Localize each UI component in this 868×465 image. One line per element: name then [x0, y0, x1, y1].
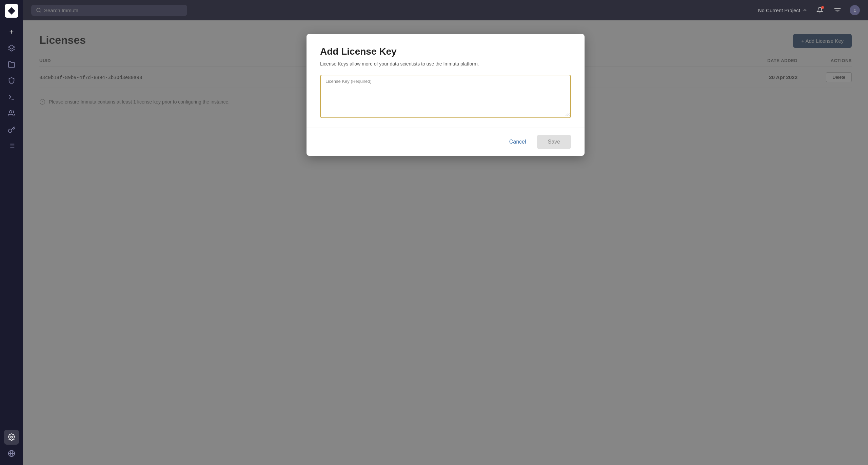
- signal-icon: [834, 7, 841, 14]
- user-initial: c: [854, 8, 856, 13]
- topbar-right: No Current Project c: [758, 5, 860, 16]
- modal-body: Add License Key License Keys allow more …: [307, 34, 585, 128]
- project-label: No Current Project: [758, 7, 800, 13]
- sidebar-item-settings[interactable]: [4, 430, 19, 445]
- svg-point-2: [9, 111, 12, 113]
- project-selector[interactable]: No Current Project: [758, 7, 808, 13]
- resize-handle-icon: ⊿: [565, 112, 570, 117]
- sidebar-item-add[interactable]: +: [4, 24, 19, 39]
- modal-overlay: Add License Key License Keys allow more …: [23, 20, 868, 465]
- svg-line-13: [40, 11, 41, 12]
- sidebar-item-users[interactable]: [4, 106, 19, 121]
- sidebar-item-globe[interactable]: [4, 446, 19, 461]
- sidebar-item-terminal[interactable]: [4, 90, 19, 105]
- sidebar-item-folder[interactable]: [4, 57, 19, 72]
- sidebar-item-shield[interactable]: [4, 73, 19, 88]
- add-license-modal: Add License Key License Keys allow more …: [307, 34, 585, 156]
- user-avatar[interactable]: c: [850, 5, 860, 15]
- chevron-up-down-icon: [802, 7, 808, 13]
- save-button[interactable]: Save: [537, 135, 571, 149]
- modal-title: Add License Key: [320, 46, 571, 57]
- license-key-field-wrapper: License Key (Required) ⊿: [320, 75, 571, 118]
- main-area: Search Immuta No Current Project: [23, 0, 868, 465]
- search-bar[interactable]: Search Immuta: [31, 5, 187, 16]
- modal-subtitle: License Keys allow more of your data sci…: [320, 61, 571, 67]
- license-key-textarea[interactable]: [321, 75, 570, 116]
- svg-marker-0: [8, 45, 15, 49]
- sidebar-item-list[interactable]: [4, 138, 19, 153]
- modal-footer: Cancel Save: [307, 128, 585, 156]
- topbar: Search Immuta No Current Project: [23, 0, 868, 20]
- cancel-button[interactable]: Cancel: [504, 135, 532, 148]
- sidebar: +: [0, 0, 23, 465]
- notification-button[interactable]: [814, 5, 825, 16]
- search-placeholder-text: Search Immuta: [44, 7, 79, 13]
- wifi-icon-button[interactable]: [832, 5, 843, 16]
- notification-dot: [821, 6, 824, 9]
- sidebar-item-key[interactable]: [4, 122, 19, 137]
- svg-point-9: [11, 436, 13, 438]
- search-icon: [36, 7, 41, 13]
- svg-point-12: [37, 8, 40, 12]
- sidebar-item-layers[interactable]: [4, 41, 19, 56]
- app-logo: [5, 4, 18, 18]
- content-area: Licenses + Add License Key UUID Date Add…: [23, 20, 868, 465]
